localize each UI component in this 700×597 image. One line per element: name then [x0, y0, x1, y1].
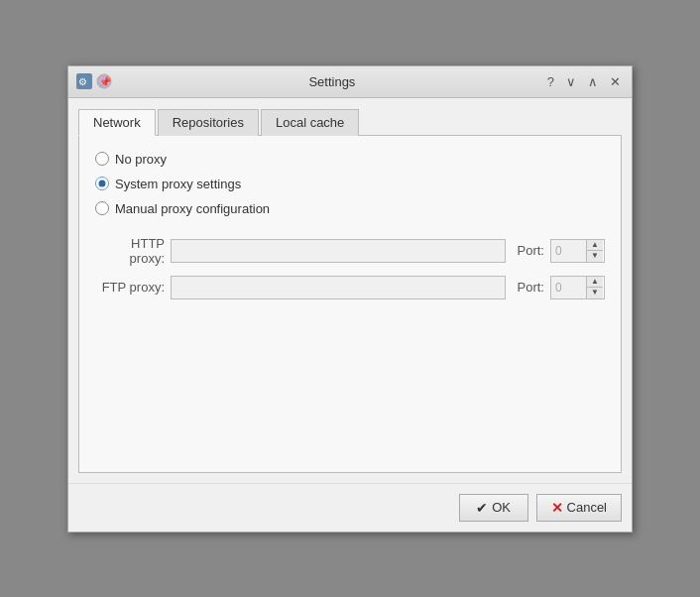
- manual-proxy-radio[interactable]: [95, 201, 109, 215]
- tab-localcache[interactable]: Local cache: [261, 109, 359, 136]
- http-port-spinbox: 0 ▲ ▼: [550, 239, 605, 263]
- http-port-spin-btns: ▲ ▼: [586, 240, 603, 262]
- tab-network[interactable]: Network: [78, 109, 156, 136]
- svg-text:⚙: ⚙: [78, 76, 87, 87]
- settings-window: ⚙ 📌 Settings ? ∨ ∧ ✕ Network Repositorie…: [67, 65, 633, 533]
- ftp-port-input[interactable]: 0: [551, 277, 586, 298]
- http-port-down-button[interactable]: ▼: [587, 251, 603, 262]
- ftp-port-spin-btns: ▲ ▼: [586, 277, 603, 298]
- manual-proxy-label[interactable]: Manual proxy configuration: [115, 201, 270, 216]
- http-port-label: Port:: [518, 243, 544, 258]
- ftp-port-spinbox: 0 ▲ ▼: [550, 276, 605, 299]
- help-button[interactable]: ?: [544, 74, 557, 89]
- system-proxy-radio[interactable]: [95, 177, 109, 190]
- no-proxy-label[interactable]: No proxy: [115, 152, 167, 167]
- titlebar: ⚙ 📌 Settings ? ∨ ∧ ✕: [68, 66, 632, 98]
- ftp-proxy-input[interactable]: [171, 276, 506, 299]
- http-port-up-button[interactable]: ▲: [587, 240, 603, 252]
- close-button[interactable]: ✕: [607, 74, 624, 89]
- pin-icon: 📌: [96, 73, 112, 89]
- ok-label: OK: [492, 500, 511, 515]
- ftp-proxy-row: FTP proxy: Port: 0 ▲ ▼: [95, 276, 605, 299]
- proxy-radio-group: No proxy System proxy settings Manual pr…: [95, 152, 605, 216]
- ftp-port-label: Port:: [518, 280, 544, 295]
- footer: ✔ OK ✕ Cancel: [68, 483, 632, 532]
- ftp-proxy-label: FTP proxy:: [95, 280, 165, 295]
- svg-text:📌: 📌: [99, 75, 112, 88]
- cancel-label: Cancel: [567, 500, 607, 515]
- tab-panel-network: No proxy System proxy settings Manual pr…: [78, 136, 622, 473]
- titlebar-app-icons: ⚙ 📌: [76, 73, 112, 89]
- app-icon: ⚙: [76, 73, 92, 89]
- main-content: Network Repositories Local cache No prox…: [68, 98, 632, 483]
- maximize-button[interactable]: ∧: [585, 74, 601, 89]
- cancel-button[interactable]: ✕ Cancel: [536, 494, 622, 522]
- tab-bar: Network Repositories Local cache: [78, 108, 622, 136]
- ok-button[interactable]: ✔ OK: [459, 494, 528, 522]
- radio-item-noproxy: No proxy: [95, 152, 605, 167]
- ftp-port-down-button[interactable]: ▼: [587, 288, 603, 298]
- ok-icon: ✔: [476, 500, 488, 516]
- radio-item-systemproxy: System proxy settings: [95, 177, 605, 191]
- cancel-icon: ✕: [551, 500, 563, 516]
- http-proxy-input[interactable]: [171, 239, 506, 263]
- http-proxy-row: HTTP proxy: Port: 0 ▲ ▼: [95, 236, 605, 266]
- minimize-button[interactable]: ∨: [563, 74, 579, 89]
- window-title: Settings: [120, 74, 544, 89]
- http-port-input[interactable]: 0: [551, 240, 586, 262]
- titlebar-controls: ? ∨ ∧ ✕: [544, 74, 624, 89]
- system-proxy-label[interactable]: System proxy settings: [115, 177, 241, 191]
- tab-repositories[interactable]: Repositories: [158, 109, 259, 136]
- ftp-port-up-button[interactable]: ▲: [587, 277, 603, 289]
- http-proxy-label: HTTP proxy:: [95, 236, 165, 266]
- radio-item-manualproxy: Manual proxy configuration: [95, 201, 605, 216]
- proxy-fields: HTTP proxy: Port: 0 ▲ ▼ FTP proxy:: [95, 236, 605, 299]
- no-proxy-radio[interactable]: [95, 152, 109, 166]
